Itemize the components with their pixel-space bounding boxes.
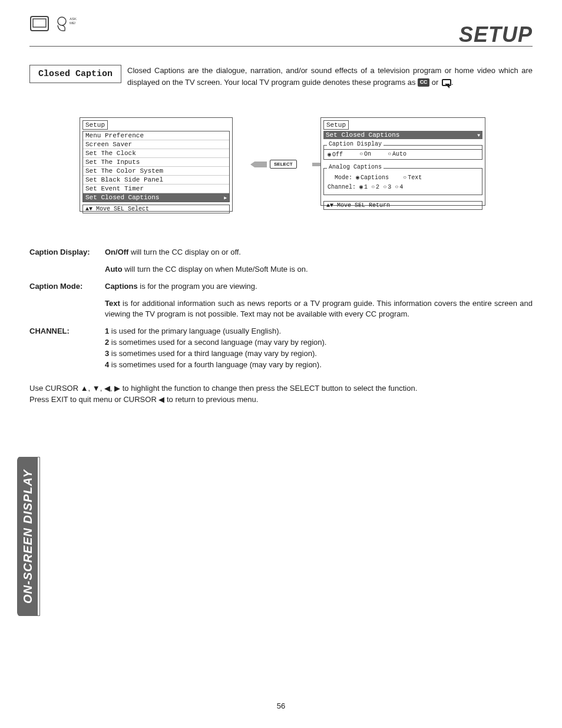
- caption-display-fieldset: Caption Display: [323, 145, 482, 146]
- osd-menu-list: Menu Preference Screen Saver Set The Clo…: [82, 131, 230, 202]
- page-header: ASK ME! SETUP: [29, 12, 533, 47]
- osd-title: Setup: [323, 120, 349, 130]
- analog-captions-fieldset: Analog Captions: [323, 168, 482, 169]
- cc-icon: CC: [418, 78, 429, 87]
- osd-item-highlight: Set Closed Captions▶: [83, 193, 229, 202]
- osd-footer: ▲▼ Move SEL Return: [323, 201, 482, 210]
- osd-title: Setup: [82, 120, 108, 130]
- radio-ch4: 4: [395, 184, 403, 190]
- analog-captions-block: Mode: Captions Text Channel: 1 2 3 4: [323, 172, 482, 195]
- body-caption-mode: Captions is for the program you are view…: [105, 281, 533, 292]
- osd-item: Set Black Side Panel: [83, 176, 229, 185]
- label-caption-display: Caption Display:: [29, 247, 105, 258]
- osd-item: Screen Saver: [83, 140, 229, 149]
- navigation-instructions: Use CURSOR ▲, ▼, ◀, ▶ to highlight the f…: [29, 383, 533, 406]
- osd-item: Set The Inputs: [83, 158, 229, 167]
- radio-ch1: 1: [359, 184, 368, 190]
- page-title: SETUP: [459, 22, 533, 47]
- closed-caption-description: Closed Captions are the dialogue, narrat…: [127, 65, 533, 88]
- radio-ch2: 2: [371, 184, 379, 190]
- radio-on: On: [359, 151, 371, 158]
- cc-icon: CC: [166, 265, 177, 274]
- select-button: SELECT: [270, 160, 297, 169]
- arrow-left-icon: [250, 160, 267, 166]
- header-rule: [29, 46, 533, 47]
- radio-off: Off: [328, 151, 343, 158]
- label-channel: CHANNEL:: [29, 326, 105, 370]
- svg-text:ASK: ASK: [70, 17, 77, 21]
- info-section: Caption Display: On/Off will turn the CC…: [29, 247, 533, 406]
- radio-ch3: 3: [383, 184, 391, 190]
- svg-point-2: [58, 17, 66, 25]
- radio-auto: Auto: [388, 151, 406, 158]
- osd-item: Set Event Timer: [83, 185, 229, 193]
- cc-icon: CC: [171, 248, 183, 256]
- closed-caption-box: Closed Caption: [29, 65, 121, 83]
- label-caption-mode: Caption Mode:: [29, 281, 105, 292]
- radio-captions: Captions: [356, 174, 389, 181]
- osd-footer: ▲▼ Move SEL Select: [82, 205, 230, 213]
- osd-closed-captions-panel: Setup Set Closed Captions▼ Caption Displ…: [320, 117, 485, 206]
- osd-item: Set The Clock: [83, 149, 229, 158]
- osd-item: Set The Color System: [83, 167, 229, 176]
- chevron-down-icon: ▼: [477, 133, 480, 138]
- caption-display-options: Off On Auto: [323, 149, 482, 160]
- speech-bubble-icon: [442, 79, 451, 86]
- page-number: 56: [0, 701, 562, 710]
- svg-marker-5: [250, 162, 267, 167]
- body-channel: 1 is used for the primary language (usua…: [105, 326, 533, 370]
- svg-rect-1: [33, 19, 46, 27]
- radio-text: Text: [403, 174, 422, 181]
- svg-text:ME!: ME!: [70, 21, 76, 25]
- body-caption-display-auto: Auto will turn the CC display on when Mu…: [105, 264, 533, 275]
- ask-me-logo-icon: ASK ME!: [29, 12, 82, 35]
- side-tab: ON-SCREEN DISPLAY: [18, 457, 38, 616]
- osd-setup-menu: Setup Menu Preference Screen Saver Set T…: [80, 117, 233, 212]
- cc-icon: CC: [365, 309, 376, 318]
- osd-item-highlight: Set Closed Captions▼: [323, 131, 482, 139]
- body-caption-display: On/Off will turn the CC display on or of…: [105, 247, 533, 258]
- osd-panels: Setup Menu Preference Screen Saver Set T…: [29, 117, 533, 223]
- body-caption-mode-text: Text is for additional information such …: [105, 298, 533, 321]
- osd-item: Menu Preference: [83, 131, 229, 140]
- chevron-right-icon: ▶: [224, 195, 227, 200]
